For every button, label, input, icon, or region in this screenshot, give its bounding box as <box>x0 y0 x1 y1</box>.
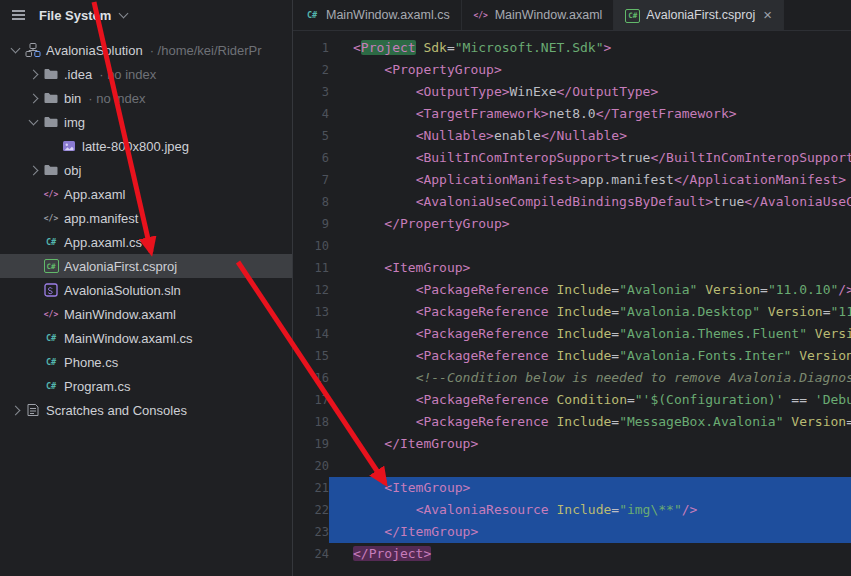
tree-item-scratches-and-consoles[interactable]: Scratches and Consoles <box>0 398 292 422</box>
line-number: 5 <box>293 125 329 147</box>
code-line-text: <ApplicationManifest>app.manifest</Appli… <box>329 169 851 191</box>
chevron-right-icon[interactable] <box>24 167 42 174</box>
code-line[interactable]: 17 <PackageReference Condition="'$(Confi… <box>293 389 851 411</box>
project-tool-window: File System AvaloniaSolution· /home/kei/… <box>0 0 293 576</box>
tree-item-mainwindow-axaml-cs[interactable]: C#MainWindow.axaml.cs <box>0 326 292 350</box>
tree-item-label: App.axaml <box>64 187 125 202</box>
cs-icon: C# <box>42 354 60 370</box>
tree-item-label: latte-800x800.jpeg <box>82 139 189 154</box>
code-line[interactable]: 8 <AvaloniaUseCompiledBindingsByDefault>… <box>293 191 851 213</box>
tree-item-latte-800x800-jpeg[interactable]: latte-800x800.jpeg <box>0 134 292 158</box>
line-number: 6 <box>293 147 329 169</box>
tree-item-avaloniasolution-sln[interactable]: AvaloniaSolution.sln <box>0 278 292 302</box>
tree-item-suffix: · /home/kei/RiderPr <box>150 43 262 58</box>
tree-item-label: obj <box>64 163 81 178</box>
code-line-text: <PackageReference Include="MessageBox.Av… <box>329 411 851 433</box>
editor-pane: C#MainWindow.axaml.cs</>MainWindow.axaml… <box>293 0 851 576</box>
tree-item-mainwindow-axaml[interactable]: </>MainWindow.axaml <box>0 302 292 326</box>
tree-item-img[interactable]: img <box>0 110 292 134</box>
code-line[interactable]: 24</Project> <box>293 543 851 565</box>
line-number: 18 <box>293 411 329 433</box>
chevron-down-icon[interactable] <box>6 48 24 52</box>
code-line[interactable]: 13 <PackageReference Include="Avalonia.D… <box>293 301 851 323</box>
tree-item-avaloniasolution[interactable]: AvaloniaSolution· /home/kei/RiderPr <box>0 38 292 62</box>
code-line[interactable]: 9 </PropertyGroup> <box>293 213 851 235</box>
tree-item-label: Scratches and Consoles <box>46 403 187 418</box>
tree-item-label: MainWindow.axaml <box>64 307 176 322</box>
code-line-text: </ItemGroup> <box>329 433 851 455</box>
code-line[interactable]: 12 <PackageReference Include="Avalonia" … <box>293 279 851 301</box>
line-number: 7 <box>293 169 329 191</box>
code-line[interactable]: 4 <TargetFramework>net8.0</TargetFramewo… <box>293 103 851 125</box>
tree-item-obj[interactable]: obj <box>0 158 292 182</box>
scratches-icon <box>24 402 42 418</box>
line-number: 12 <box>293 279 329 301</box>
code-line[interactable]: 22 <AvaloniaResource Include="img\**"/> <box>293 499 851 521</box>
cs-icon: C# <box>42 234 60 250</box>
folder-icon <box>42 114 60 130</box>
tree-item-label: AvaloniaSolution <box>46 43 143 58</box>
chevron-down-icon[interactable] <box>24 120 42 124</box>
cs-icon: C# <box>304 7 320 23</box>
code-line-text: <BuiltInComInteropSupport>true</BuiltInC… <box>329 147 851 169</box>
tree-item-bin[interactable]: bin· no index <box>0 86 292 110</box>
code-line[interactable]: 21 <ItemGroup> <box>293 477 851 499</box>
tree-item-label: img <box>64 115 85 130</box>
code-line-text: <AvaloniaResource Include="img\**"/> <box>329 499 851 521</box>
code-line[interactable]: 2 <PropertyGroup> <box>293 59 851 81</box>
code-line[interactable]: 6 <BuiltInComInteropSupport>true</BuiltI… <box>293 147 851 169</box>
line-number: 15 <box>293 345 329 367</box>
tab-mainwindow-axaml-cs[interactable]: C#MainWindow.axaml.cs <box>293 0 462 30</box>
line-number: 24 <box>293 543 329 565</box>
code-line[interactable]: 5 <Nullable>enable</Nullable> <box>293 125 851 147</box>
close-icon[interactable]: × <box>763 10 772 20</box>
tree-item-app-axaml-cs[interactable]: C#App.axaml.cs <box>0 230 292 254</box>
tab-mainwindow-axaml[interactable]: </>MainWindow.axaml <box>462 0 615 30</box>
tree-item-label: AvaloniaFirst.csproj <box>64 259 177 274</box>
code-line[interactable]: 7 <ApplicationManifest>app.manifest</App… <box>293 169 851 191</box>
tool-window-title[interactable]: File System <box>39 8 111 23</box>
line-number: 14 <box>293 323 329 345</box>
line-number: 21 <box>293 477 329 499</box>
code-line[interactable]: 15 <PackageReference Include="Avalonia.F… <box>293 345 851 367</box>
line-number: 20 <box>293 455 329 477</box>
tab-avaloniafirst-csproj[interactable]: C#AvaloniaFirst.csproj× <box>614 0 784 30</box>
code-line[interactable]: 10 <box>293 235 851 257</box>
code-line[interactable]: 14 <PackageReference Include="Avalonia.T… <box>293 323 851 345</box>
code-line-text: <ItemGroup> <box>329 257 851 279</box>
code-line-text: <PackageReference Include="Avalonia.Desk… <box>329 301 851 323</box>
code-line[interactable]: 19 </ItemGroup> <box>293 433 851 455</box>
tree-item-label: App.axaml.cs <box>64 235 142 250</box>
chevron-right-icon[interactable] <box>24 71 42 78</box>
chevron-right-icon[interactable] <box>6 407 24 414</box>
code-line-text: <TargetFramework>net8.0</TargetFramework… <box>329 103 851 125</box>
tree-item-app-manifest[interactable]: </>app.manifest <box>0 206 292 230</box>
chevron-right-icon[interactable] <box>24 95 42 102</box>
code-line[interactable]: 16 <!--Condition below is needed to remo… <box>293 367 851 389</box>
menu-icon[interactable] <box>12 14 25 16</box>
tree-item-avaloniafirst-csproj[interactable]: C#AvaloniaFirst.csproj <box>0 254 292 278</box>
line-number: 13 <box>293 301 329 323</box>
tab-label: MainWindow.axaml <box>495 8 603 22</box>
tree-item-app-axaml[interactable]: </>App.axaml <box>0 182 292 206</box>
code-line-text: <ItemGroup> <box>329 477 851 499</box>
code-line[interactable]: 3 <OutputType>WinExe</OutputType> <box>293 81 851 103</box>
line-number: 22 <box>293 499 329 521</box>
line-number: 9 <box>293 213 329 235</box>
code-line-text: <PackageReference Include="Avalonia" Ver… <box>329 279 851 301</box>
code-line-text: <PackageReference Include="Avalonia.Them… <box>329 323 851 345</box>
tree-item-label: Program.cs <box>64 379 130 394</box>
chevron-down-icon[interactable] <box>119 9 129 19</box>
code-line[interactable]: 11 <ItemGroup> <box>293 257 851 279</box>
tree-item-idea[interactable]: .idea· no index <box>0 62 292 86</box>
tree-item-phone-cs[interactable]: C#Phone.cs <box>0 350 292 374</box>
code-line[interactable]: 18 <PackageReference Include="MessageBox… <box>293 411 851 433</box>
ide-window: File System AvaloniaSolution· /home/kei/… <box>0 0 851 576</box>
image-icon <box>60 138 78 154</box>
code-line[interactable]: 20 <box>293 455 851 477</box>
code-line[interactable]: 23 </ItemGroup> <box>293 521 851 543</box>
tree-item-program-cs[interactable]: C#Program.cs <box>0 374 292 398</box>
tree-item-label: .idea <box>64 67 92 82</box>
code-area[interactable]: 1<Project Sdk="Microsoft.NET.Sdk">2 <Pro… <box>293 31 851 576</box>
code-line[interactable]: 1<Project Sdk="Microsoft.NET.Sdk"> <box>293 37 851 59</box>
